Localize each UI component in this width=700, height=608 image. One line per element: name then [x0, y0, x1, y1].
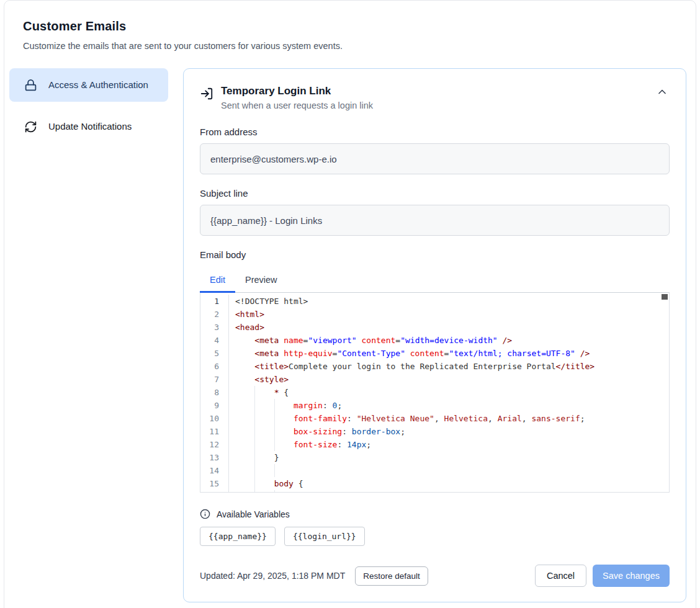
- panel-header: Temporary Login Link Sent when a user re…: [200, 85, 670, 110]
- tab-preview[interactable]: Preview: [235, 269, 287, 292]
- line-number: 16: [200, 490, 229, 493]
- email-template-panel: Temporary Login Link Sent when a user re…: [183, 68, 686, 602]
- code-line: 6 <title>Complete your login to the Repl…: [200, 360, 669, 373]
- from-address-label: From address: [200, 127, 670, 137]
- code-line: 2<html>: [200, 308, 669, 321]
- variable-chip[interactable]: {{app_name}}: [200, 527, 276, 546]
- code-line: 13 }: [200, 451, 669, 464]
- code-line: 15 body {: [200, 477, 669, 490]
- page-title: Customer Emails: [23, 19, 686, 34]
- chevron-up-icon: [656, 86, 668, 98]
- code-line: 5 <meta http-equiv="Content-Type" conten…: [200, 347, 669, 360]
- code-line: 8 * {: [200, 386, 669, 399]
- code-line: 12 font-size: 14px;: [200, 438, 669, 451]
- line-number: 10: [200, 412, 229, 425]
- panel-footer: Updated: Apr 29, 2025, 1:18 PM MDT Resto…: [200, 565, 670, 587]
- updated-timestamp: Updated: Apr 29, 2025, 1:18 PM MDT: [200, 571, 345, 581]
- code-line: 3<head>: [200, 321, 669, 334]
- panel-header-text: Temporary Login Link Sent when a user re…: [221, 85, 373, 110]
- line-number: 14: [200, 464, 229, 477]
- sidebar: Access & AuthenticationUpdate Notificati…: [9, 68, 168, 141]
- line-number: 1: [200, 295, 229, 308]
- line-number: 8: [200, 386, 229, 399]
- code-line: 9 margin: 0;: [200, 399, 669, 412]
- available-variables-label: Available Variables: [217, 509, 290, 519]
- line-number: 4: [200, 334, 229, 347]
- line-number: 9: [200, 399, 229, 412]
- code-line: 1<!DOCTYPE html>: [200, 295, 669, 308]
- restore-default-button[interactable]: Restore default: [355, 566, 428, 586]
- line-number: 12: [200, 438, 229, 451]
- code-line: 11 box-sizing: border-box;: [200, 425, 669, 438]
- line-number: 15: [200, 477, 229, 490]
- subject-line-label: Subject line: [200, 188, 670, 199]
- editor-tabbar: Edit Preview: [200, 269, 670, 292]
- info-icon: [200, 509, 210, 519]
- customer-emails-card: Customer Emails Customize the emails tha…: [4, 0, 696, 608]
- code-line: 7 <style>: [200, 373, 669, 386]
- refresh-icon: [24, 120, 37, 133]
- page-subtitle: Customize the emails that are sent to yo…: [23, 41, 686, 51]
- line-number: 2: [200, 308, 229, 321]
- line-number: 7: [200, 373, 229, 386]
- line-number: 11: [200, 425, 229, 438]
- variable-chip[interactable]: {{login_url}}: [284, 527, 365, 546]
- login-icon: [200, 87, 213, 101]
- line-number: 6: [200, 360, 229, 373]
- panel-title: Temporary Login Link: [221, 85, 373, 97]
- line-number: 13: [200, 451, 229, 464]
- line-number: 3: [200, 321, 229, 334]
- subject-line-input[interactable]: [200, 205, 670, 236]
- tab-edit[interactable]: Edit: [200, 269, 235, 292]
- editor-scrollbar-thumb[interactable]: [662, 294, 668, 300]
- lock-icon: [24, 79, 37, 92]
- from-address-input[interactable]: [200, 143, 670, 174]
- cancel-button[interactable]: Cancel: [535, 565, 586, 587]
- available-variables-row: Available Variables: [200, 509, 670, 519]
- code-line: 16 background-color: #f6f6f6;: [200, 490, 669, 493]
- card-head: Customer Emails Customize the emails tha…: [9, 19, 686, 51]
- sidebar-item-access-authentication[interactable]: Access & Authentication: [9, 68, 168, 102]
- sidebar-item-label: Access & Authentication: [48, 78, 148, 92]
- variable-chips: {{app_name}}{{login_url}}: [200, 527, 670, 546]
- code-line: 4 <meta name="viewport" content="width=d…: [200, 334, 669, 347]
- content-row: Access & AuthenticationUpdate Notificati…: [9, 68, 686, 602]
- panel-subtitle: Sent when a user requests a login link: [221, 101, 373, 110]
- email-body-label: Email body: [200, 249, 670, 260]
- collapse-button[interactable]: [656, 85, 670, 99]
- line-number: 5: [200, 347, 229, 360]
- footer-actions: Cancel Save changes: [535, 565, 670, 587]
- save-changes-button[interactable]: Save changes: [593, 565, 670, 587]
- editor-lines: 1<!DOCTYPE html>2<html>3<head>4 <meta na…: [200, 293, 669, 493]
- sidebar-item-update-notifications[interactable]: Update Notifications: [9, 112, 168, 141]
- code-line: 10 font-family: "Helvetica Neue", Helvet…: [200, 412, 669, 425]
- sidebar-item-label: Update Notifications: [48, 120, 132, 133]
- code-editor[interactable]: 1<!DOCTYPE html>2<html>3<head>4 <meta na…: [200, 292, 670, 493]
- code-line: 14: [200, 464, 669, 477]
